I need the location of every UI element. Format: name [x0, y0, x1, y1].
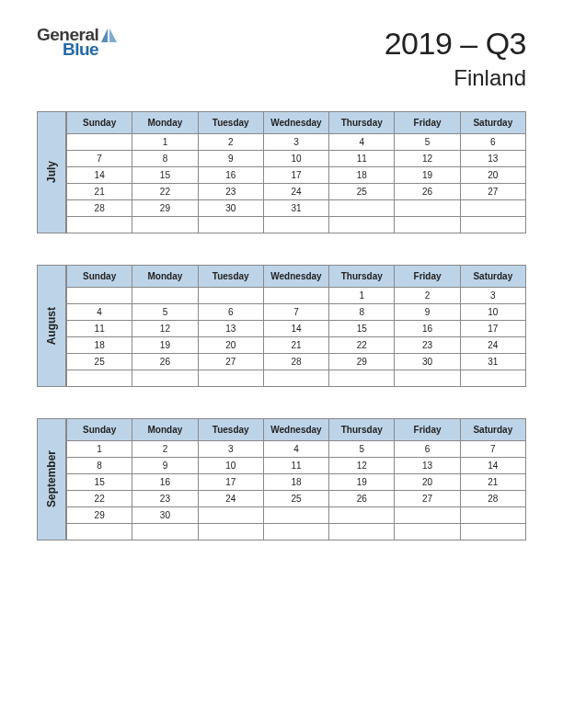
- calendar-cell: 30: [395, 354, 460, 370]
- calendar-cell: 14: [460, 458, 525, 474]
- month-block-september: September Sunday Monday Tuesday Wednesda…: [37, 418, 526, 540]
- calendar-row: 123456: [67, 134, 526, 151]
- calendar-cell: 25: [263, 491, 328, 507]
- calendar-cell: 19: [395, 167, 460, 184]
- calendar-cell: [67, 217, 132, 233]
- calendar-cell: [460, 370, 525, 387]
- calendar-cell: 10: [263, 151, 328, 167]
- calendar-cell: 23: [198, 184, 263, 200]
- day-header: Thursday: [329, 112, 395, 134]
- calendar-table-july: Sunday Monday Tuesday Wednesday Thursday…: [66, 111, 526, 233]
- header: General Blue 2019 – Q3 Finland: [0, 0, 563, 104]
- calendar-cell: [329, 524, 395, 540]
- calendar-cell: [198, 288, 263, 304]
- calendar-cell: 20: [460, 167, 525, 184]
- calendar-cell: 21: [263, 337, 328, 354]
- calendar-cell: [67, 524, 132, 540]
- calendar-cell: 31: [263, 200, 328, 217]
- calendar-cell: 14: [67, 167, 132, 184]
- calendar-cell: 22: [67, 491, 132, 507]
- month-name: August: [45, 307, 58, 345]
- calendar-cell: [460, 524, 525, 540]
- calendar-row: 22232425262728: [67, 491, 526, 507]
- calendar-cell: [460, 217, 525, 233]
- day-header: Wednesday: [263, 266, 328, 288]
- calendar-body: 1234567891011121314151617181920212223242…: [67, 288, 526, 387]
- day-header: Thursday: [329, 419, 395, 441]
- calendar-cell: 18: [263, 474, 328, 491]
- calendar-cell: [198, 507, 263, 524]
- day-header: Monday: [132, 266, 198, 288]
- calendar-cell: [67, 370, 132, 387]
- calendar-cell: [395, 217, 460, 233]
- calendar-cell: 24: [198, 491, 263, 507]
- calendar-cell: 2: [198, 134, 263, 151]
- day-header: Saturday: [460, 419, 525, 441]
- calendar-cell: 9: [132, 458, 198, 474]
- day-header: Wednesday: [263, 112, 328, 134]
- day-header: Monday: [132, 112, 198, 134]
- day-header: Sunday: [67, 419, 132, 441]
- calendar-row: 15161718192021: [67, 474, 526, 491]
- calendar-cell: 19: [132, 337, 198, 354]
- page-title: 2019 – Q3: [385, 26, 526, 62]
- calendar-cell: 7: [460, 441, 525, 458]
- month-label: August: [37, 265, 66, 387]
- calendar-cell: 11: [329, 151, 395, 167]
- calendar-cell: 3: [198, 441, 263, 458]
- calendar-cell: 16: [395, 321, 460, 337]
- day-header: Friday: [395, 419, 460, 441]
- calendar-cell: [263, 507, 328, 524]
- month-name: July: [45, 161, 58, 183]
- calendar-cell: 28: [67, 200, 132, 217]
- calendar-cell: 24: [460, 337, 525, 354]
- calendar-cell: 19: [329, 474, 395, 491]
- title-block: 2019 – Q3 Finland: [385, 26, 526, 91]
- calendar-cell: [395, 507, 460, 524]
- calendar-cell: 9: [395, 304, 460, 321]
- day-header: Wednesday: [263, 419, 328, 441]
- calendar-cell: 26: [132, 354, 198, 370]
- calendar-cell: 12: [329, 458, 395, 474]
- calendar-cell: 6: [460, 134, 525, 151]
- calendar-cell: 17: [198, 474, 263, 491]
- day-header: Monday: [132, 419, 198, 441]
- calendar-cell: [460, 507, 525, 524]
- calendar-row: 21222324252627: [67, 184, 526, 200]
- calendar-table-september: Sunday Monday Tuesday Wednesday Thursday…: [66, 418, 526, 540]
- calendar-cell: 26: [395, 184, 460, 200]
- calendar-body: 1234567891011121314151617181920212223242…: [67, 134, 526, 233]
- calendar-cell: 8: [132, 151, 198, 167]
- calendar-cell: 15: [67, 474, 132, 491]
- calendar-cell: [329, 507, 395, 524]
- calendar-cell: [132, 288, 198, 304]
- calendar-cell: 6: [395, 441, 460, 458]
- calendar-cell: 1: [132, 134, 198, 151]
- calendar-cell: 5: [329, 441, 395, 458]
- calendar-cell: 7: [67, 151, 132, 167]
- calendar-cell: [198, 370, 263, 387]
- logo-text-blue: Blue: [63, 40, 117, 58]
- calendar-cell: 14: [263, 321, 328, 337]
- calendar-row: 78910111213: [67, 151, 526, 167]
- calendar-row: 11121314151617: [67, 321, 526, 337]
- calendar-cell: [132, 217, 198, 233]
- calendar-cell: [329, 217, 395, 233]
- calendar-cell: [395, 524, 460, 540]
- calendar-cell: 5: [132, 304, 198, 321]
- calendar-cell: 30: [198, 200, 263, 217]
- calendar-cell: 22: [329, 337, 395, 354]
- calendar-cell: [132, 524, 198, 540]
- calendar-cell: 2: [132, 441, 198, 458]
- calendar-cell: 29: [132, 200, 198, 217]
- calendars-container: July Sunday Monday Tuesday Wednesday Thu…: [0, 104, 563, 540]
- day-header: Sunday: [67, 266, 132, 288]
- calendar-cell: 10: [198, 458, 263, 474]
- calendar-cell: 20: [198, 337, 263, 354]
- calendar-cell: 15: [329, 321, 395, 337]
- calendar-cell: [395, 370, 460, 387]
- calendar-row: [67, 217, 526, 233]
- calendar-cell: 10: [460, 304, 525, 321]
- calendar-table-august: Sunday Monday Tuesday Wednesday Thursday…: [66, 265, 526, 387]
- logo: General Blue: [37, 26, 117, 58]
